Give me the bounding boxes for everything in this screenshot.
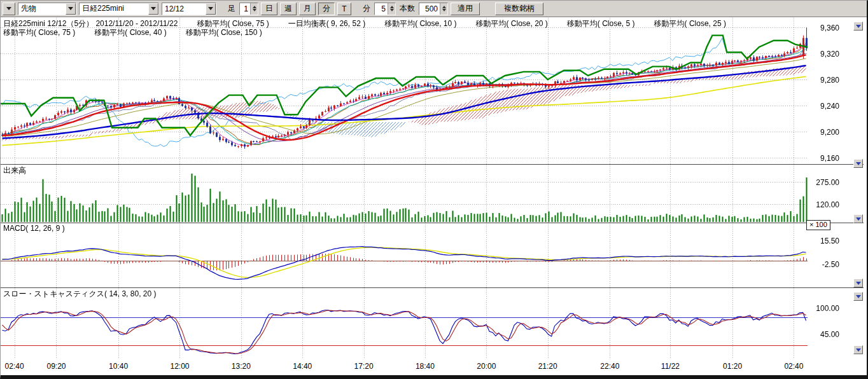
stochastics-axis-label: 100.00 <box>810 304 839 313</box>
period-button-month[interactable]: 月 <box>299 3 316 15</box>
symbol-select[interactable]: 日経225mini <box>79 3 159 15</box>
volume-panel-title: 出来高 <box>3 165 26 176</box>
price-axis-label: 9,200 <box>810 128 839 137</box>
period-button-day[interactable]: 日 <box>261 3 277 15</box>
time-axis-label: 02:40 <box>778 362 809 371</box>
indicator-label: 移動平均( Close, 20 ) <box>476 18 548 29</box>
price-axis-label: 9,360 <box>810 24 839 32</box>
time-axis-label: 12:00 <box>164 362 195 371</box>
volume-axis-label: 120.00 <box>810 200 839 209</box>
macd-panel-title: MACD( 12, 26, 9 ) <box>3 224 65 233</box>
time-axis-label: 17:20 <box>348 362 380 371</box>
volume-unit-badge: × 100 <box>806 220 830 230</box>
chevron-down-icon <box>6 7 11 10</box>
price-axis-label: 9,240 <box>810 102 839 111</box>
macd-axis-label: -2.50 <box>810 260 839 269</box>
bar-type-label: 足 <box>227 3 237 14</box>
indicator-label: 移動平均( Close, 5 ) <box>567 18 635 29</box>
bar-count-stepper[interactable]: 500 <box>419 3 448 15</box>
stochastics-panel-title: スロー・ストキャスティクス( 14, 3, 80, 20 ) <box>3 289 156 300</box>
time-axis-label: 09:20 <box>40 362 72 371</box>
price-scale-scroll-button[interactable] <box>853 159 863 168</box>
toolbar: 先物 日経225mini 12/12 足 1 日 週 月 分 T 分 5 本数 … <box>1 1 867 17</box>
chevron-down-icon[interactable] <box>66 3 76 15</box>
chart-area: 日経225mini 12/12（5分） 2012/11/20 - 2012/11… <box>1 18 867 375</box>
chevron-down-icon[interactable] <box>148 3 158 15</box>
contract-date-select[interactable]: 12/12 <box>162 3 216 15</box>
time-axis-label: 01:20 <box>717 362 748 371</box>
indicator-header-row-2: 移動平均( Close, 75 ) 移動平均( Close, 40 ) 移動平均… <box>3 27 262 38</box>
minute-stepper[interactable]: 5 <box>374 3 396 15</box>
time-axis-label: 18:40 <box>409 362 441 371</box>
chart-application-window: 先物 日経225mini 12/12 足 1 日 週 月 分 T 分 5 本数 … <box>0 0 868 379</box>
time-axis-label: 02:40 <box>0 362 31 371</box>
indicator-label: 移動平均( Close, 25 ) <box>654 18 726 29</box>
minute-label: 分 <box>361 3 372 14</box>
period-button-minute[interactable]: 分 <box>318 3 335 15</box>
period-button-tick[interactable]: T <box>337 3 351 15</box>
time-axis-label: 13:20 <box>225 362 257 371</box>
indicator-label: 一目均衡表( 9, 26, 52 ) <box>288 18 365 29</box>
indicator-label: 移動平均( Close, 10 ) <box>384 18 456 29</box>
volume-scale-scroll-button[interactable] <box>853 214 863 223</box>
time-axis-label: 11/22 <box>654 362 686 371</box>
instrument-type-value: 先物 <box>18 3 39 14</box>
chart-plot-canvas[interactable] <box>1 18 864 359</box>
spinner-icon[interactable] <box>250 3 258 15</box>
contract-date-value: 12/12 <box>162 4 186 13</box>
time-axis-label: 22:40 <box>594 362 626 371</box>
stochastics-scale-scroll-button[interactable] <box>853 292 863 301</box>
symbol-value: 日経225mini <box>80 3 127 14</box>
price-scale-scroll-button[interactable] <box>853 22 863 31</box>
interval-value: 1 <box>240 4 250 13</box>
minute-value: 5 <box>375 4 388 13</box>
macd-scale-scroll-button[interactable] <box>853 279 863 287</box>
time-axis-label: 21:20 <box>532 362 564 371</box>
chevron-down-icon[interactable] <box>206 3 216 15</box>
volume-axis-label: 275.00 <box>810 178 839 187</box>
interval-stepper[interactable]: 1 <box>239 3 258 15</box>
multi-symbol-button[interactable]: 複数銘柄 <box>495 3 543 15</box>
macd-axis-label: 15.50 <box>810 237 839 245</box>
stochastics-axis-label: 45.00 <box>810 330 839 339</box>
period-button-week[interactable]: 週 <box>280 3 297 15</box>
price-axis-label: 9,280 <box>810 76 839 85</box>
apply-button[interactable]: 適用 <box>451 3 480 15</box>
time-axis-label: 20:00 <box>470 362 502 371</box>
spinner-icon[interactable] <box>388 3 395 15</box>
bar-count-label: 本数 <box>398 3 416 14</box>
time-axis-label: 10:40 <box>102 362 134 371</box>
stochastics-scale-scroll-button[interactable] <box>853 345 863 354</box>
indicator-label: 移動平均( Close, 150 ) <box>186 27 262 38</box>
indicator-label: 移動平均( Close, 75 ) <box>3 27 75 38</box>
indicator-label: 移動平均( Close, 40 ) <box>94 27 166 38</box>
spinner-icon[interactable] <box>440 3 447 15</box>
time-axis-label: 14:40 <box>286 362 318 371</box>
bar-count-value: 500 <box>419 4 440 13</box>
price-axis-label: 9,320 <box>810 50 839 59</box>
price-axis-label: 9,160 <box>810 154 839 163</box>
toolbar-dropdown-button[interactable] <box>3 3 15 15</box>
instrument-type-select[interactable]: 先物 <box>18 3 76 15</box>
